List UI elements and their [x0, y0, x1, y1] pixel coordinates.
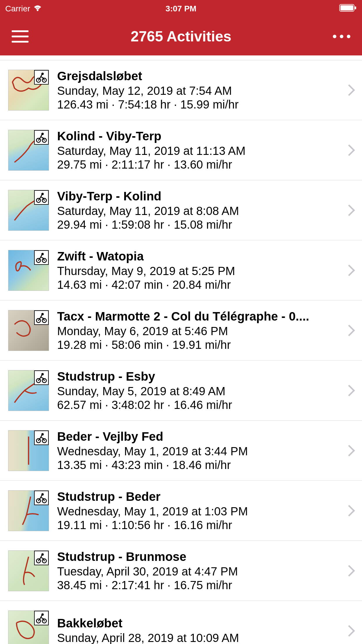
cycling-icon: [34, 611, 49, 625]
nav-bar: 2765 Activities: [0, 18, 362, 55]
map-thumbnail: [8, 310, 49, 351]
activity-title: Grejsdalsløbet: [57, 69, 342, 83]
activity-date: Saturday, May 11, 2019 at 11:13 AM: [57, 144, 342, 158]
activity-text: Kolind - Viby-Terp Saturday, May 11, 201…: [57, 129, 342, 171]
svg-rect-3: [355, 6, 356, 9]
activity-row[interactable]: Studstrup - Beder Wednesday, May 1, 2019…: [0, 481, 362, 541]
cycling-icon: [34, 310, 49, 325]
chevron-right-icon: [343, 565, 355, 577]
cycling-icon: [34, 370, 49, 385]
map-thumbnail: [8, 70, 49, 111]
chevron-right-icon: [343, 445, 355, 456]
cycling-icon: [34, 491, 49, 505]
activity-text: Zwift - Watopia Thursday, May 9, 2019 at…: [57, 249, 342, 291]
activities-list[interactable]: Grejsdalsløbet Sunday, May 12, 2019 at 7…: [0, 58, 362, 644]
map-thumbnail: [8, 130, 49, 171]
cycling-icon: [34, 130, 49, 145]
chevron-right-icon: [343, 265, 355, 276]
svg-rect-2: [340, 5, 353, 10]
activity-title: Bakkeløbet: [57, 616, 342, 630]
carrier-label: Carrier: [5, 4, 30, 13]
cycling-icon: [34, 70, 49, 85]
activity-title: Zwift - Watopia: [57, 249, 342, 263]
menu-button[interactable]: [12, 30, 29, 43]
activity-text: Beder - Vejlby Fed Wednesday, May 1, 201…: [57, 430, 342, 472]
cycling-icon: [34, 551, 49, 565]
activity-date: Saturday, May 11, 2019 at 8:08 AM: [57, 204, 342, 218]
status-bar: Carrier 3:07 PM: [0, 0, 362, 18]
activity-row[interactable]: Viby-Terp - Kolind Saturday, May 11, 201…: [0, 180, 362, 240]
chevron-right-icon: [343, 144, 355, 156]
chevron-right-icon: [343, 325, 355, 336]
chevron-right-icon: [343, 385, 355, 396]
map-thumbnail: [8, 610, 49, 644]
activity-row[interactable]: Studstrup - Esby Sunday, May 5, 2019 at …: [0, 360, 362, 421]
wifi-icon: [33, 4, 42, 13]
page-title: 2765 Activities: [131, 28, 231, 45]
activity-stats: 126.43 mi · 7:54:18 hr · 15.99 mi/hr: [57, 98, 342, 111]
activity-text: Viby-Terp - Kolind Saturday, May 11, 201…: [57, 189, 342, 231]
activity-text: Studstrup - Brunmose Tuesday, April 30, …: [57, 550, 342, 592]
activity-stats: 13.35 mi · 43:23 min · 18.46 mi/hr: [57, 459, 342, 472]
activity-title: Kolind - Viby-Terp: [57, 129, 342, 143]
activity-row[interactable]: Bakkeløbet Sunday, April 28, 2019 at 10:…: [0, 601, 362, 644]
activity-stats: 38.45 mi · 2:17:41 hr · 16.75 mi/hr: [57, 579, 342, 592]
map-thumbnail: [8, 250, 49, 291]
activity-title: Studstrup - Esby: [57, 370, 342, 384]
map-thumbnail: [8, 490, 49, 531]
map-thumbnail: [8, 370, 49, 411]
activity-date: Monday, May 6, 2019 at 5:46 PM: [57, 325, 342, 338]
activity-row[interactable]: Tacx - Marmotte 2 - Col du Télégraphe - …: [0, 300, 362, 360]
map-thumbnail: [8, 430, 49, 471]
activity-title: Tacx - Marmotte 2 - Col du Télégraphe - …: [57, 309, 342, 323]
activity-stats: 29.94 mi · 1:59:08 hr · 15.08 mi/hr: [57, 218, 342, 231]
activity-stats: 19.11 mi · 1:10:56 hr · 16.16 mi/hr: [57, 519, 342, 532]
activity-stats: 29.75 mi · 2:11:17 hr · 13.60 mi/hr: [57, 158, 342, 171]
activity-text: Studstrup - Esby Sunday, May 5, 2019 at …: [57, 370, 342, 412]
activity-date: Tuesday, April 30, 2019 at 4:47 PM: [57, 565, 342, 578]
activity-date: Thursday, May 9, 2019 at 5:25 PM: [57, 265, 342, 278]
activity-stats: 19.28 mi · 58:06 min · 19.91 mi/hr: [57, 338, 342, 351]
battery-icon: [339, 4, 357, 14]
chevron-right-icon: [343, 84, 355, 96]
activity-date: Wednesday, May 1, 2019 at 1:03 PM: [57, 505, 342, 518]
cycling-icon: [34, 430, 49, 445]
activity-stats: 62.57 mi · 3:48:02 hr · 16.46 mi/hr: [57, 398, 342, 412]
activity-text: Grejsdalsløbet Sunday, May 12, 2019 at 7…: [57, 69, 342, 111]
activity-row[interactable]: Grejsdalsløbet Sunday, May 12, 2019 at 7…: [0, 60, 362, 120]
activity-row[interactable]: Studstrup - Brunmose Tuesday, April 30, …: [0, 541, 362, 601]
map-thumbnail: [8, 550, 49, 591]
activity-stats: 14.63 mi · 42:07 min · 20.84 mi/hr: [57, 278, 342, 291]
activity-row[interactable]: Zwift - Watopia Thursday, May 9, 2019 at…: [0, 240, 362, 300]
cycling-icon: [34, 250, 49, 265]
activity-date: Sunday, May 5, 2019 at 8:49 AM: [57, 385, 342, 398]
svg-point-0: [37, 9, 38, 11]
activity-row[interactable]: Kolind - Viby-Terp Saturday, May 11, 201…: [0, 120, 362, 180]
activity-text: Tacx - Marmotte 2 - Col du Télégraphe - …: [57, 309, 342, 351]
activity-text: Studstrup - Beder Wednesday, May 1, 2019…: [57, 490, 342, 532]
chevron-right-icon: [343, 625, 355, 637]
activity-title: Viby-Terp - Kolind: [57, 189, 342, 203]
cycling-icon: [34, 190, 49, 205]
activity-row[interactable]: Beder - Vejlby Fed Wednesday, May 1, 201…: [0, 421, 362, 481]
activity-title: Studstrup - Beder: [57, 490, 342, 504]
activity-title: Studstrup - Brunmose: [57, 550, 342, 564]
activity-date: Sunday, April 28, 2019 at 10:09 AM: [57, 631, 342, 644]
map-thumbnail: [8, 190, 49, 231]
activity-title: Beder - Vejlby Fed: [57, 430, 342, 444]
chevron-right-icon: [343, 505, 355, 517]
activity-text: Bakkeløbet Sunday, April 28, 2019 at 10:…: [57, 616, 342, 644]
activity-date: Sunday, May 12, 2019 at 7:54 AM: [57, 84, 342, 97]
clock-label: 3:07 PM: [166, 4, 196, 13]
activity-date: Wednesday, May 1, 2019 at 3:44 PM: [57, 445, 342, 458]
chevron-right-icon: [343, 204, 355, 216]
more-button[interactable]: [333, 35, 350, 38]
